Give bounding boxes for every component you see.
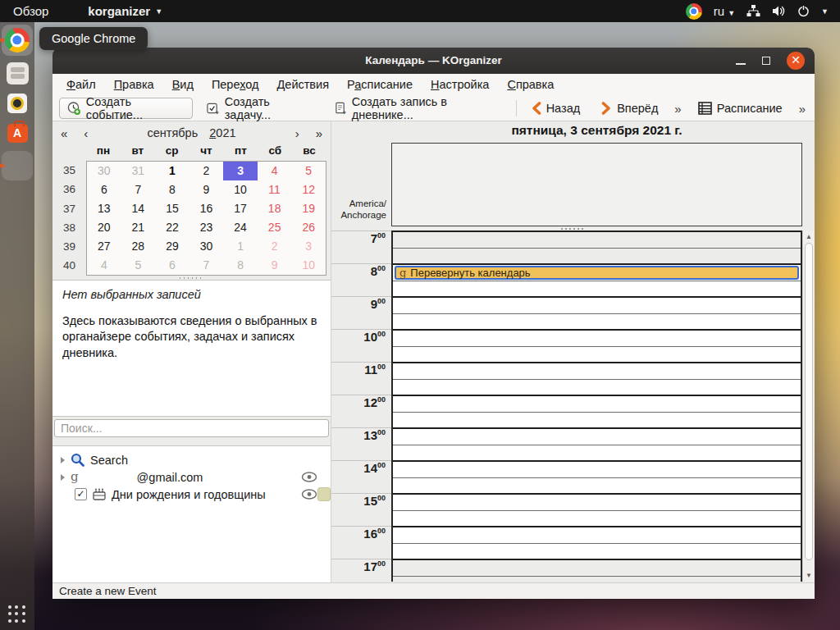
menu-8[interactable]: Справка [498,74,563,96]
app-menu-button[interactable]: korganizer ▼ [88,4,162,18]
next-month-button[interactable]: › [287,126,308,140]
day-cell[interactable]: 22 [155,218,189,237]
menu-6[interactable]: Расписание [338,74,422,96]
day-cell[interactable]: 1 [155,162,189,180]
calendar-checkbox[interactable]: ✓ [75,488,87,500]
dock-item-rhythmbox[interactable] [2,92,33,115]
back-button[interactable]: Назад [523,98,588,119]
week-number[interactable]: 39 [52,237,86,256]
week-number[interactable]: 36 [52,180,86,199]
new-event-button[interactable]: Создать событие... [59,98,193,119]
scrollbar-thumb[interactable] [805,243,813,560]
close-button[interactable]: ✕ [787,52,805,70]
day-cell[interactable]: 29 [155,237,189,256]
day-cell[interactable]: 31 [121,162,156,180]
day-cell[interactable]: 18 [258,199,292,218]
day-cell[interactable]: 11 [258,180,292,199]
week-number[interactable]: 37 [52,199,86,218]
agenda-hour-row[interactable] [393,329,801,362]
day-cell[interactable]: 20 [87,218,121,237]
chevron-down-icon[interactable]: ▼ [821,7,829,16]
activities-button[interactable]: Обзор [13,4,48,18]
scroll-down-arrow[interactable]: ▼ [803,572,815,579]
day-cell[interactable]: 10 [223,180,258,199]
agenda-event[interactable]: g Перевернуть календарь [395,266,799,280]
day-cell[interactable]: 26 [291,218,326,237]
new-journal-button[interactable]: Создать запись в дневнике... [327,98,509,119]
keyboard-layout-indicator[interactable]: ru ▼ [714,4,735,18]
day-cell[interactable]: 12 [291,180,326,199]
calendar-row-birthdays[interactable]: ✓ Дни рождения и годовщины [52,486,331,503]
toolbar-overflow-button[interactable]: » [672,102,683,116]
agenda-hour-row[interactable] [393,493,801,526]
agenda-view-button[interactable]: Расписание [691,98,790,119]
menu-3[interactable]: Вид [163,74,203,96]
day-cell[interactable]: 28 [121,237,156,256]
day-cell[interactable]: 5 [291,162,326,180]
day-cell[interactable]: 30 [87,162,121,180]
agenda-hour-row[interactable] [393,559,801,582]
menu-7[interactable]: Настройка [422,74,498,96]
day-cell[interactable]: 9 [189,180,224,199]
day-cell[interactable]: 5 [121,256,156,275]
day-cell[interactable]: 10 [291,256,326,275]
day-cell[interactable]: 1 [223,237,258,256]
day-cell[interactable]: 14 [121,199,156,218]
agenda-hour-row[interactable] [393,460,801,493]
day-cell[interactable]: 7 [189,256,224,275]
next-year-button[interactable]: » [308,126,331,140]
day-cell[interactable]: 24 [223,218,258,237]
week-number[interactable]: 40 [52,256,86,275]
agenda-hour-row[interactable] [393,296,801,329]
minimize-button[interactable] [736,63,746,65]
day-cell[interactable]: 6 [87,180,121,199]
volume-icon[interactable] [772,5,786,17]
prev-year-button[interactable]: « [52,126,75,140]
day-cell[interactable]: 25 [258,218,292,237]
new-todo-button[interactable]: Создать задачу... [199,98,321,119]
eye-icon[interactable] [301,488,317,503]
allday-events-area[interactable] [391,143,802,226]
dock-item-software[interactable]: A [2,121,33,144]
menu-4[interactable]: Переход [203,74,268,96]
day-cell[interactable]: 6 [155,256,189,275]
day-cell[interactable]: 8 [155,180,189,199]
day-cell[interactable]: 3 [223,162,258,180]
title-bar[interactable]: Календарь — KOrganizer ✕ [52,48,815,74]
show-applications-button[interactable] [8,605,26,623]
day-cell[interactable]: 21 [121,218,156,237]
calendar-row-gmail[interactable]: g @gmail.com [52,468,331,486]
day-cell[interactable]: 2 [258,237,292,256]
power-icon[interactable] [797,5,810,17]
day-cell[interactable]: 23 [189,218,224,237]
day-cell[interactable]: 19 [291,199,326,218]
network-icon[interactable] [746,5,760,17]
week-number[interactable]: 38 [52,218,86,237]
agenda-hour-row[interactable] [393,526,801,559]
chrome-tray-icon[interactable] [686,3,702,20]
dock-item-korganizer[interactable] [2,151,33,180]
toolbar-overflow-button-2[interactable]: » [797,102,808,116]
year-label[interactable]: 2021 [209,126,235,139]
day-cell[interactable]: 9 [258,256,292,275]
day-cell[interactable]: 4 [87,256,121,275]
dock-item-files[interactable] [2,61,33,85]
day-cell[interactable]: 13 [87,199,121,218]
calendar-row-search[interactable]: Search [52,451,331,468]
expander-icon[interactable] [61,474,65,481]
day-cell[interactable]: 15 [155,199,189,218]
expander-icon[interactable] [61,457,65,463]
agenda-hour-row[interactable] [393,427,801,460]
eye-icon[interactable] [301,471,317,486]
day-cell[interactable]: 27 [87,237,121,256]
agenda-hour-row[interactable] [393,362,801,395]
prev-month-button[interactable]: ‹ [75,126,96,140]
day-cell[interactable]: 2 [189,162,224,180]
day-cell[interactable]: 30 [189,237,224,256]
agenda-hour-row[interactable] [393,231,801,263]
month-label[interactable]: сентябрь [147,126,198,139]
scroll-up-arrow[interactable]: ▲ [803,233,815,240]
dock-item-chrome[interactable] [2,25,33,56]
day-cell[interactable]: 4 [258,162,292,180]
maximize-button[interactable] [762,57,770,65]
